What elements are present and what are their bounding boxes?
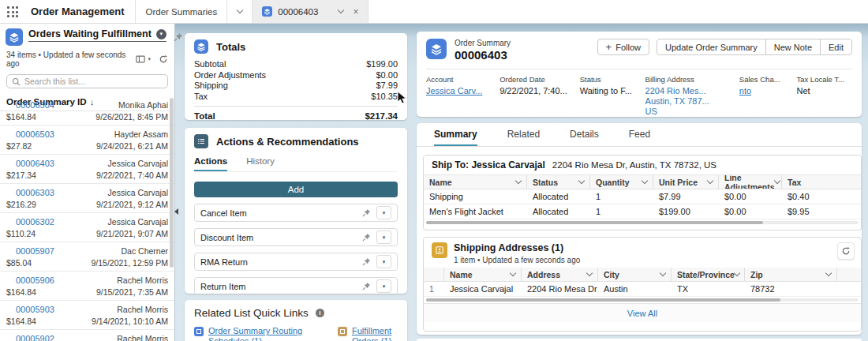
- col-state-province[interactable]: State/Province: [672, 268, 745, 281]
- col-unit-price[interactable]: Unit Price: [653, 175, 719, 189]
- refresh-icon[interactable]: [159, 54, 168, 64]
- action-rma-return[interactable]: RMA Return ▾: [194, 253, 398, 271]
- refresh-icon[interactable]: [837, 242, 855, 260]
- pin-icon[interactable]: [362, 233, 371, 242]
- list-item[interactable]: 00005903Rachel Morris $164.849/14/2021, …: [0, 301, 174, 330]
- tab-close-icon[interactable]: ×: [353, 7, 358, 17]
- address-name-link[interactable]: Jessica Carvajal: [444, 282, 522, 296]
- ship-to-label: Ship To: Jessica Carvajal: [432, 159, 545, 170]
- col-name[interactable]: Name: [444, 268, 522, 281]
- action-return-item[interactable]: Return Item ▾: [194, 277, 398, 295]
- order-id-link[interactable]: 00006302: [16, 217, 54, 227]
- tab-history[interactable]: History: [246, 156, 275, 171]
- plus-icon: +: [606, 41, 612, 53]
- tab-record-00006403[interactable]: 00006403 ×: [252, 0, 369, 23]
- order-id-link[interactable]: 00005906: [16, 275, 54, 285]
- list-item[interactable]: 00005906Rachel Morris $164.849/15/2021, …: [0, 272, 174, 301]
- action-discount-item[interactable]: Discount Item ▾: [194, 228, 398, 246]
- order-id-link[interactable]: 00005902: [16, 334, 54, 341]
- tab-order-summaries-dropdown[interactable]: [226, 0, 252, 23]
- pin-icon[interactable]: [362, 257, 371, 266]
- list-view-dropdown-icon[interactable]: ▾: [156, 29, 166, 39]
- field-ordered-date: Ordered Date 9/22/2021, 7:40...: [499, 75, 580, 117]
- pin-icon[interactable]: [174, 32, 183, 42]
- list-item[interactable]: 00006504Monika Aphai $164.849/26/2021, 8…: [0, 96, 174, 126]
- list-item[interactable]: 00006302Jessica Carvajal $110.249/21/202…: [0, 213, 174, 242]
- search-icon: [12, 77, 21, 86]
- edit-button[interactable]: Edit: [820, 39, 852, 55]
- tab-related[interactable]: Related: [507, 129, 540, 146]
- tab-feed[interactable]: Feed: [629, 129, 650, 146]
- list-view-selector[interactable]: Orders Waiting Fulfillment ▾: [28, 28, 166, 42]
- chevron-down-icon: [642, 178, 648, 184]
- split-view-collapse-icon[interactable]: [174, 208, 178, 215]
- billing-address-link[interactable]: Austin, TX 787...: [645, 96, 731, 107]
- order-id-link[interactable]: 00006504: [16, 100, 54, 110]
- col-tax[interactable]: Tax: [782, 175, 861, 189]
- action-dropdown-icon[interactable]: ▾: [376, 279, 391, 293]
- tab-summary[interactable]: Summary: [434, 129, 477, 146]
- billing-address-link[interactable]: 2204 Rio Mes...: [645, 86, 731, 96]
- tab-actions[interactable]: Actions: [194, 156, 227, 171]
- col-line-adjustments[interactable]: Line Adjustments: [719, 175, 782, 189]
- list-item[interactable]: 00006503Hayder Assam $27.829/24/2021, 6:…: [0, 126, 174, 155]
- list-view-header: Orders Waiting Fulfillment ▾: [0, 24, 174, 46]
- pin-icon[interactable]: [362, 208, 371, 217]
- shipping-addresses-section: Shipping Addresses (1) 1 item • Updated …: [423, 237, 862, 332]
- item-row: Men's Flight Jacket Allocated 1 $199.00 …: [424, 204, 861, 219]
- list-item[interactable]: 00005902Rachel Morris: [0, 330, 174, 341]
- field-status: Status Waiting to F...: [580, 75, 645, 117]
- horizontal-scrollbar[interactable]: [426, 298, 780, 302]
- billing-address-link[interactable]: US: [645, 107, 731, 117]
- col-city[interactable]: City: [598, 268, 672, 281]
- list-item[interactable]: 00005907Dac Cherner $85.049/15/2021, 12:…: [0, 242, 174, 272]
- app-launcher-icon[interactable]: [7, 6, 19, 18]
- col-status[interactable]: Status: [527, 175, 590, 189]
- horizontal-scrollbar[interactable]: [426, 221, 763, 224]
- quick-link-routing-schedules[interactable]: Order Summary Routing Schedules (1): [194, 326, 325, 341]
- item-name-link[interactable]: Shipping: [424, 189, 527, 204]
- list-rows: 00006504Monika Aphai $164.849/26/2021, 8…: [0, 96, 174, 341]
- tab-dropdown-icon[interactable]: [338, 7, 344, 13]
- grand-total-label: Total: [194, 111, 215, 121]
- info-icon[interactable]: i: [316, 309, 324, 317]
- action-dropdown-icon[interactable]: ▾: [376, 255, 391, 268]
- add-button[interactable]: Add: [194, 182, 398, 197]
- record-detail-card: Summary Related Details Feed Ship To: Je…: [417, 123, 862, 335]
- item-name-link[interactable]: Men's Flight Jacket: [424, 204, 527, 219]
- display-as-icon[interactable]: ▾: [136, 54, 151, 64]
- order-id-link[interactable]: 00006503: [16, 129, 54, 139]
- fulfillment-orders-icon: [338, 327, 347, 336]
- actions-icon: [194, 134, 208, 148]
- search-input[interactable]: [24, 77, 159, 86]
- col-quantity[interactable]: Quantity: [590, 175, 653, 189]
- list-scrollbar[interactable]: [170, 98, 174, 268]
- new-note-button[interactable]: New Note: [765, 39, 821, 55]
- quick-link-fulfillment-orders[interactable]: Fulfillment Orders (1): [338, 326, 398, 341]
- col-zip[interactable]: Zip: [745, 268, 837, 281]
- list-item[interactable]: 00006403Jessica Carvajal $217.349/22/202…: [0, 155, 174, 184]
- shipping-addresses-title: Shipping Addresses (1): [454, 242, 580, 253]
- view-all-link[interactable]: View All: [627, 309, 657, 318]
- total-row-label: Order Adjustments: [194, 70, 266, 81]
- shipping-address-icon: [432, 242, 447, 258]
- account-link[interactable]: Jessica Carv...: [426, 86, 492, 96]
- order-id-link[interactable]: 00005907: [16, 246, 54, 256]
- follow-button[interactable]: +Follow: [597, 39, 649, 55]
- order-id-link[interactable]: 00006403: [16, 159, 54, 168]
- order-id-link[interactable]: 00006303: [16, 188, 54, 197]
- tab-order-summaries[interactable]: Order Summaries: [135, 0, 226, 23]
- action-cancel-item[interactable]: Cancel Item ▾: [194, 204, 398, 222]
- action-dropdown-icon[interactable]: ▾: [376, 230, 391, 244]
- sales-channel-link[interactable]: nto: [739, 86, 789, 96]
- tab-details[interactable]: Details: [570, 129, 599, 146]
- items-table-header: Name Status Quantity Unit Price Line Adj…: [424, 175, 861, 189]
- global-header: Order Management Order Summaries 0000640…: [0, 0, 868, 24]
- order-id-link[interactable]: 00005903: [16, 305, 54, 314]
- list-item[interactable]: 00006303Jessica Carvajal $216.299/21/202…: [0, 184, 174, 213]
- col-address[interactable]: Address: [522, 268, 598, 281]
- action-dropdown-icon[interactable]: ▾: [376, 206, 391, 219]
- pin-icon[interactable]: [362, 282, 371, 290]
- col-name[interactable]: Name: [424, 175, 527, 189]
- update-order-summary-button[interactable]: Update Order Summary: [657, 39, 766, 55]
